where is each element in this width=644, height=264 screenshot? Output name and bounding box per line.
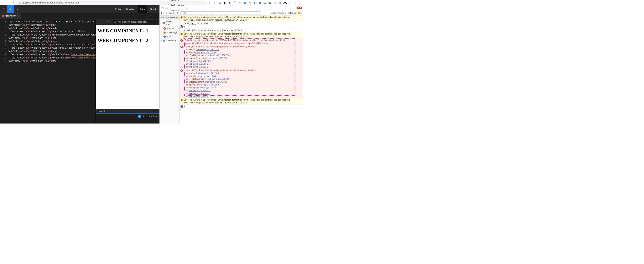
ext-12-icon[interactable]: ◆ — [278, 1, 282, 4]
ext-8-icon[interactable]: ▣ — [258, 1, 262, 4]
console-prompt[interactable]: › — [96, 119, 160, 123]
devtools-tabs: ◰ ▭ ElementsConsoleSourcesNetworkPerform… — [160, 6, 303, 11]
file-tab-label: index.html — [5, 15, 16, 17]
ext-4-icon[interactable]: ✦ — [238, 1, 242, 4]
preview-heading-2: WEB COMPONENT - 2 — [98, 38, 158, 43]
extension-icons: ⬇ ⇪ ☆ ◐ ▶ ⛶ ✦ ▦ ✎ ◧ ▣ ⊞ ▤ ● ◆ JA ≡ ♀ ✓ — [208, 1, 302, 4]
close-icon[interactable]: ✕ — [17, 15, 19, 17]
tabs-overflow-icon[interactable]: » — [186, 7, 188, 9]
ext-10-icon[interactable]: ▤ — [268, 1, 272, 4]
device-icon[interactable]: ▭ — [165, 7, 168, 9]
context-selector[interactable]: top ▼ — [169, 12, 175, 14]
log-line[interactable]: ✕Uncaught TypeError: Cannot read propert… — [180, 69, 303, 98]
console-log[interactable]: !DevTools failed to load source map: Cou… — [180, 16, 303, 123]
devtools-panel: ◰ ▭ ElementsConsoleSourcesNetworkPerform… — [160, 6, 303, 123]
sidebar-row[interactable]: ! 3 warnings — [160, 31, 180, 35]
share-icon[interactable]: ⇪ — [214, 1, 216, 4]
browser-toolbar: ← → ⟳ 🔒 stackblitz.com/edit/web-platform… — [0, 0, 303, 6]
log-line[interactable]: ✕Failed to execute 'postMessage' on 'DOM… — [180, 39, 303, 45]
view-both-button[interactable]: Both — [138, 6, 147, 13]
ext-9-icon[interactable]: ⊞ — [264, 1, 266, 4]
share-button[interactable]: < — [14, 6, 21, 13]
ext-13-icon[interactable]: JA — [284, 1, 286, 4]
filter-input[interactable]: Filter — [180, 11, 261, 15]
sidebar-row[interactable]: i 6 info — [160, 35, 180, 39]
error-count-badge[interactable]: ✖ 4 — [296, 7, 302, 9]
preview-url-text: web-platform-bkqbag.stackblit... — [118, 21, 148, 23]
log-line[interactable]: [Violation] Forced reflow while executin… — [180, 29, 303, 32]
live-expression-icon[interactable] — [176, 12, 178, 14]
ext-15-icon[interactable]: ♀ — [294, 1, 296, 4]
view-preview-button[interactable]: Preview — [124, 6, 137, 13]
preview-frame: WEB COMPONENT - 1 WEB COMPONENT - 2 — [96, 25, 160, 109]
ext-6-icon[interactable]: ✎ — [248, 1, 252, 4]
no-entry-icon[interactable]: ⊘ — [98, 115, 100, 118]
log-line[interactable]: 20 — [180, 25, 303, 29]
file-tab-index[interactable]: ⬣ index.html ✕ — [0, 13, 20, 19]
preview-close-icon[interactable]: ✕ — [108, 21, 110, 23]
devtools-tab-network[interactable]: Network — [169, 0, 185, 3]
console-title: Console — [98, 110, 106, 112]
clear-console-icon[interactable]: ⊘ — [166, 12, 167, 14]
console-sidebar: ≡ 14 messages· 6 user mes...✕ 4 errors! … — [160, 16, 180, 123]
ext-1-icon[interactable]: ◐ — [224, 1, 226, 4]
lock-icon: 🔒 — [114, 21, 117, 23]
preview-forward-icon[interactable]: → — [102, 21, 105, 23]
sidebar-row[interactable]: · 1 verbose — [160, 39, 180, 43]
inspect-icon[interactable]: ◰ — [160, 7, 164, 9]
stackblitz-header: ☰ ⚡ < Editor Preview Both Sign in — [0, 6, 160, 13]
log-line[interactable]: super_copy_cracked:false — [180, 22, 303, 25]
log-line[interactable]: !DevTools failed to load source map: Cou… — [180, 98, 303, 105]
reload-button[interactable]: ⟳ — [11, 1, 15, 5]
log-line[interactable]: !DevTools failed to load source map: Cou… — [180, 16, 303, 22]
log-line[interactable]: 20 — [180, 105, 303, 108]
ext-16-icon[interactable]: ✓ — [298, 1, 302, 4]
chevron-down-icon[interactable]: ⌄ — [156, 110, 158, 112]
devtools-tab-performance[interactable]: Performance — [169, 3, 185, 8]
html5-icon: ⬣ — [2, 15, 4, 17]
log-line[interactable]: !DevTools failed to load source map: Cou… — [180, 32, 303, 39]
preview-column: ← → ✕ 🔒 web-platform-bkqbag.stackblit...… — [96, 19, 160, 123]
ext-2-icon[interactable]: ▶ — [228, 1, 232, 4]
sidebar-row[interactable]: ✕ 4 errors — [160, 27, 180, 31]
sidebar-toggle-icon[interactable]: ▌◂ — [161, 12, 164, 14]
star-icon[interactable]: ☆ — [218, 1, 222, 4]
code-editor[interactable]: 12345678910111213 "attr">class="pun"><"a… — [0, 19, 96, 123]
url-text: stackblitz.com/edit/web-platform-bkqbag?… — [22, 1, 79, 4]
more-icon[interactable]: ⋯ — [155, 15, 157, 17]
download-icon[interactable]: ⬇ — [208, 1, 212, 4]
stackblitz-panel: ☰ ⚡ < Editor Preview Both Sign in ⬣ inde… — [0, 6, 160, 123]
preview-url-bar[interactable]: 🔒 web-platform-bkqbag.stackblit... — [112, 20, 158, 24]
clear-on-reload-toggle[interactable]: Clear on reload — [138, 115, 158, 118]
preview-back-icon[interactable]: ← — [97, 21, 100, 23]
ext-5-icon[interactable]: ▦ — [244, 1, 246, 4]
sidebar-row[interactable]: · 6 user mes... — [160, 20, 180, 27]
menu-button[interactable]: ☰ — [0, 6, 7, 13]
stackblitz-console: Console ⌄ ⊘ Clear on reload › — [96, 109, 160, 123]
forward-button[interactable]: → — [6, 1, 10, 5]
ext-14-icon[interactable]: ≡ — [288, 1, 292, 4]
log-line[interactable]: › — [180, 108, 303, 109]
console-toolbar: ▌◂ ⊘ top ▼ Filter Custom levels ▼ 3 Issu… — [160, 11, 303, 16]
split-icon[interactable]: ◫ — [150, 15, 152, 17]
prettier-icon[interactable]: P — [146, 15, 147, 17]
back-button[interactable]: ← — [1, 1, 4, 5]
clear-on-reload-checkbox[interactable] — [138, 115, 141, 118]
stackblitz-logo-icon[interactable]: ⚡ — [7, 6, 14, 13]
ext-3-icon[interactable]: ⛶ — [234, 1, 236, 4]
log-levels-selector[interactable]: Custom levels ▼ — [270, 12, 286, 14]
issues-badge[interactable]: 3 Issues: 1 — [288, 12, 302, 14]
lock-icon: 🔒 — [18, 1, 21, 4]
file-tab-bar: ⬣ index.html ✕ P ◫ ⋯ — [0, 13, 160, 19]
sidebar-row[interactable]: ≡ 14 messages — [160, 16, 180, 20]
signin-button[interactable]: Sign in — [147, 6, 160, 13]
ext-7-icon[interactable]: ◧ — [254, 1, 256, 4]
log-line[interactable]: ✕Uncaught TypeError: Cannot read propert… — [180, 45, 303, 69]
view-editor-button[interactable]: Editor — [113, 6, 124, 13]
ext-11-icon[interactable]: ● — [274, 1, 276, 4]
preview-heading-1: WEB COMPONENT - 1 — [98, 28, 158, 34]
